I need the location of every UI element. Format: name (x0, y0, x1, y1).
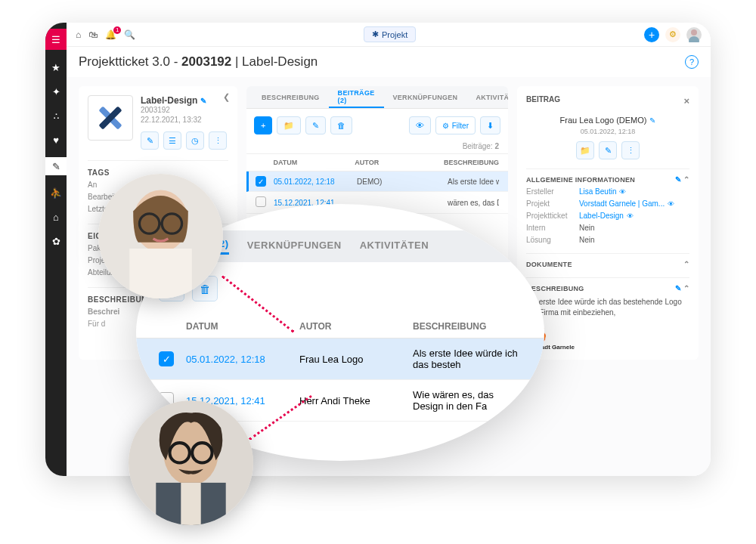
info-ersteller: Ersteller Lisa Beutin 👁 (526, 187, 689, 196)
rail-star-icon[interactable]: ★ (49, 60, 63, 74)
rail-gear-icon[interactable]: ✿ (49, 234, 63, 248)
chevron-up-icon[interactable]: ⌃ (683, 284, 689, 292)
detail-title: Frau Lea Logo (DEMO) ✎ (560, 116, 656, 125)
rail-people-icon[interactable]: ⛹ (49, 186, 63, 199)
col-datum: DATUM (274, 159, 355, 166)
ticket-actions: ✎ ☰ ◷ ⋮ (141, 131, 228, 150)
page-title-row: Projektticket 3.0 - 2003192 | Label-Desi… (67, 47, 711, 77)
info-projekt: Projekt Vorstadt Garnele | Gam... 👁 (526, 199, 689, 208)
zoom-tab-aktivitaeten[interactable]: AKTIVITÄTEN (360, 240, 429, 254)
view-button[interactable]: 👁 (409, 116, 431, 134)
zoom-col-autor: AUTOR (299, 321, 413, 332)
ticket-meta: Label-Design ✎ 2003192 22.12.2021, 13:32… (141, 95, 228, 150)
row-checkbox[interactable]: ✓ (256, 176, 266, 187)
section-allgemeine: ALLGEMEINE INFORMATIONEN ✎ ⌃ (526, 168, 689, 184)
info-intern: Intern Nein (526, 224, 689, 232)
filter-label: Filter (452, 122, 469, 130)
eye-icon[interactable]: 👁 (627, 212, 634, 220)
detail-edit-button[interactable]: ✎ (599, 141, 617, 159)
rail-menu-button[interactable]: ☰ (45, 29, 67, 50)
chevron-up-icon[interactable]: ⌃ (683, 175, 689, 184)
delete-button[interactable]: 🗑 (330, 116, 352, 134)
logo-preview: 🦐 Vorstadt Garnele (526, 324, 689, 351)
posts-count: Beiträge: 2 (246, 142, 508, 153)
posts-toolbar: + 📁 ✎ 🗑 👁 ⚙ Filter ⬇ (246, 109, 508, 142)
top-bar: ⌂ 🛍 🔔1 🔍 ✱ Projekt + ⚙ (67, 23, 711, 47)
row-checkbox[interactable] (256, 196, 266, 207)
cart-icon[interactable]: 🛍 (88, 29, 98, 40)
detail-header-label: BEITRAG (526, 95, 560, 107)
svg-point-1 (689, 36, 699, 42)
svg-rect-16 (181, 483, 200, 525)
zoom-row[interactable]: ✓ 05.01.2022, 12:18 Frau Lea Logo Als er… (136, 338, 544, 380)
collapse-left-icon[interactable]: ❮ (223, 92, 230, 102)
ticket-date: 22.12.2021, 13:32 (141, 116, 228, 124)
svg-rect-9 (129, 249, 192, 298)
avatar-illustration (129, 400, 253, 525)
action-more-button[interactable]: ⋮ (209, 131, 227, 150)
page-title-id: 2003192 (181, 54, 231, 69)
detail-folder-button[interactable]: 📁 (576, 141, 594, 159)
add-button[interactable]: + (644, 27, 659, 42)
ticket-header: Label-Design ✎ 2003192 22.12.2021, 13:32… (88, 95, 228, 150)
action-edit-button[interactable]: ✎ (141, 131, 159, 150)
rail-puzzle-icon[interactable]: ✦ (49, 85, 63, 98)
folder-button[interactable]: 📁 (277, 116, 301, 134)
bell-icon[interactable]: 🔔1 (105, 29, 116, 40)
tab-aktivitaeten[interactable]: AKTIVITÄTEN (466, 86, 508, 108)
rail-heart-icon[interactable]: ♥ (49, 133, 63, 147)
close-icon[interactable]: × (683, 95, 689, 107)
zoom-tab-verknuepfungen[interactable]: VERKNÜPFUNGEN (247, 240, 342, 254)
edit-detail-icon[interactable]: ✎ (649, 116, 655, 125)
avatar-illustration (98, 174, 223, 298)
row-date: 05.01.2022, 12:18 (274, 178, 357, 186)
zoom-checkbox[interactable]: ✓ (159, 351, 174, 366)
download-button[interactable]: ⬇ (480, 116, 500, 134)
detail-panel: BEITRAG × Frau Lea Logo (DEMO) ✎ 05.01.2… (517, 86, 699, 360)
top-right-actions: + ⚙ (644, 27, 702, 42)
edit-title-icon[interactable]: ✎ (200, 97, 206, 105)
search-icon[interactable]: 🔍 (124, 29, 135, 40)
puzzle-icon: ✱ (372, 29, 379, 39)
filter-button[interactable]: ⚙ Filter (435, 116, 476, 134)
row-desc: Als erste Idee würde ich das beste (448, 178, 499, 186)
project-pill[interactable]: ✱ Projekt (364, 26, 416, 42)
edit-button[interactable]: ✎ (305, 116, 326, 134)
pencil-cross-icon (92, 100, 129, 136)
chevron-up-icon[interactable]: ⌃ (683, 260, 689, 268)
home-icon[interactable]: ⌂ (76, 29, 81, 40)
add-post-button[interactable]: + (254, 116, 272, 134)
rail-tag-icon[interactable]: ⛬ (49, 109, 63, 122)
user-avatar[interactable] (686, 27, 702, 42)
tab-verknuepfungen[interactable]: VERKNÜPFUNGEN (384, 86, 467, 108)
info-loesung: Lösung Nein (526, 236, 689, 244)
action-list-button[interactable]: ☰ (163, 131, 181, 150)
col-beschreibung: BESCHREIBUNG (444, 159, 499, 166)
zoom-col-beschreibung: BESCHREIBUNG (413, 321, 522, 332)
tab-beschreibung[interactable]: BESCHREIBUNG (253, 86, 329, 108)
tab-beitraege[interactable]: BEITRÄGE (2) (329, 86, 384, 108)
section-dokumente: DOKUMENTE ⌃ (526, 253, 689, 268)
avatar-placeholder-icon (686, 27, 702, 42)
edit-section-icon[interactable]: ✎ (675, 284, 681, 292)
eye-icon[interactable]: 👁 (668, 200, 674, 208)
action-clock-button[interactable]: ◷ (186, 131, 204, 150)
settings-button[interactable]: ⚙ (665, 27, 680, 42)
zoom-row-desc: Als erste Idee würde ich das besteh (413, 348, 522, 370)
help-button[interactable]: ? (685, 55, 699, 69)
description-text: Als erste Idee würde ich das bestehende … (526, 297, 689, 318)
project-pill-label: Projekt (382, 30, 407, 39)
edit-section-icon[interactable]: ✎ (675, 175, 681, 184)
detail-more-button[interactable]: ⋮ (621, 141, 640, 159)
detail-date: 05.01.2022, 12:18 (526, 128, 689, 135)
detail-title-area: Frau Lea Logo (DEMO) ✎ 05.01.2022, 12:18… (526, 113, 689, 159)
eye-icon[interactable]: 👁 (619, 188, 626, 196)
page-title: Projektticket 3.0 - 2003192 | Label-Desi… (79, 54, 318, 70)
col-autor: AUTOR (355, 159, 444, 166)
page-title-name: | Label-Design (231, 54, 318, 69)
section-beschreibung: BESCHREIBUNG ✎ ⌃ (526, 277, 689, 292)
rail-home-icon[interactable]: ⌂ (49, 210, 63, 224)
row-desc: wären es, das Design in den I (448, 199, 499, 207)
rail-edit-icon[interactable]: ✎ (45, 157, 67, 175)
table-row[interactable]: ✓ 05.01.2022, 12:18 DEMO) Als erste Idee… (246, 172, 508, 192)
